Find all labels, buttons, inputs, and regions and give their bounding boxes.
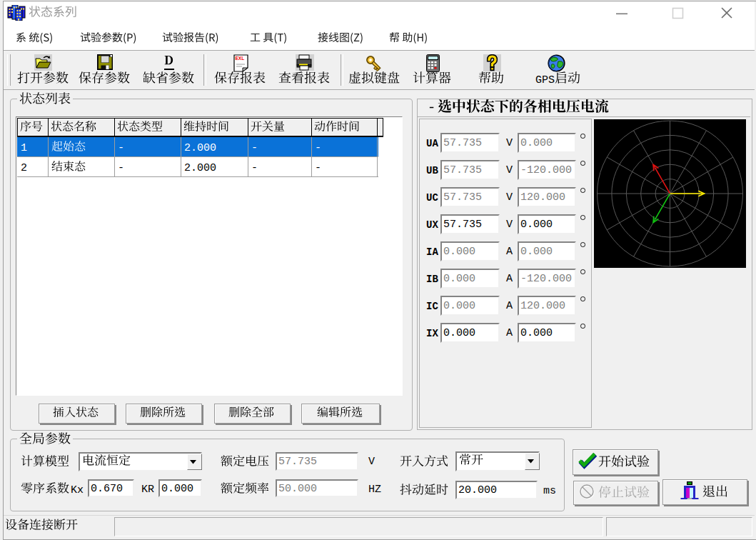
svg-text:EXL: EXL [236,56,245,61]
